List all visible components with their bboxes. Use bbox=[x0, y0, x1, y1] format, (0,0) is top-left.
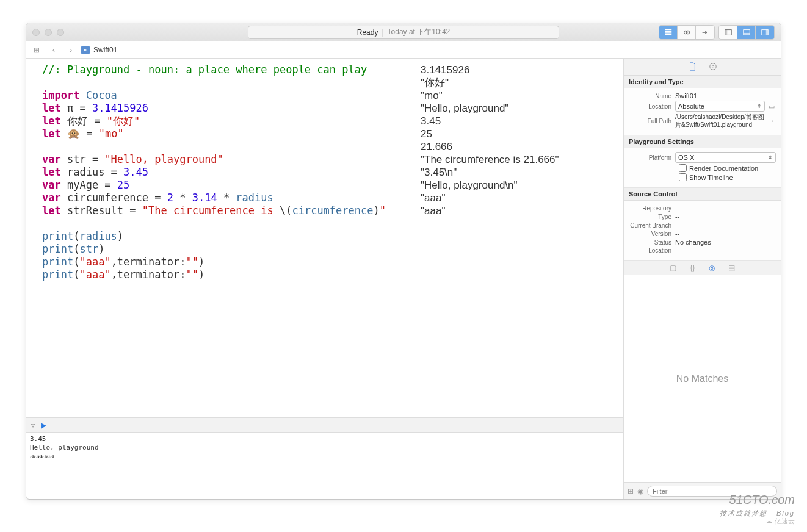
editor-column: //: Playground - noun: a place where peo… bbox=[26, 59, 623, 499]
media-library-tab[interactable]: ▤ bbox=[728, 264, 735, 272]
minimize-button[interactable] bbox=[45, 29, 52, 36]
result-line: "aaa" bbox=[421, 192, 617, 204]
location-select[interactable]: Absolute⇕ bbox=[675, 101, 765, 112]
platform-value: OS X bbox=[678, 154, 694, 161]
platform-select[interactable]: OS X⇕ bbox=[675, 152, 776, 163]
sc-location-label: Location bbox=[629, 247, 675, 254]
render-doc-checkbox[interactable] bbox=[679, 164, 687, 172]
result-line: "Hello, playground\n" bbox=[421, 179, 617, 192]
settings-header: Playground Settings bbox=[624, 135, 781, 148]
toggle-navigator-button[interactable] bbox=[719, 26, 737, 39]
watermark-blog: Blog bbox=[776, 509, 795, 517]
result-line: "The circumference is 21.666" bbox=[421, 153, 617, 166]
status-text: Ready bbox=[357, 28, 378, 37]
breadcrumb-bar: ⊞ ‹ › ▸ Swift01 bbox=[26, 41, 781, 59]
status-pill: Ready | Today at 下午10:42 bbox=[248, 26, 559, 39]
chevron-updown-icon: ⇕ bbox=[757, 103, 762, 109]
console-output[interactable]: 3.45 Hello, playground aaaaaa bbox=[26, 432, 623, 499]
branch-value: -- bbox=[675, 221, 776, 229]
assistant-editor-button[interactable] bbox=[678, 26, 696, 39]
object-library-tab[interactable]: ◎ bbox=[709, 264, 715, 272]
inspector-panel: ? Identity and Type NameSwift01 Location… bbox=[623, 59, 781, 499]
svg-rect-5 bbox=[743, 32, 750, 35]
toggle-inspector-button[interactable] bbox=[756, 26, 774, 39]
grid-icon[interactable]: ⊞ bbox=[628, 487, 634, 495]
result-line: "mo" bbox=[421, 89, 617, 102]
zoom-button[interactable] bbox=[57, 29, 64, 36]
cloud-text: 亿速云 bbox=[775, 517, 795, 526]
file-template-tab[interactable]: ▢ bbox=[670, 264, 676, 272]
name-value[interactable]: Swift01 bbox=[675, 92, 776, 99]
svg-rect-7 bbox=[766, 29, 769, 35]
playground-icon: ▸ bbox=[81, 46, 90, 54]
code-snippet-tab[interactable]: {} bbox=[690, 264, 695, 272]
code-editor[interactable]: //: Playground - noun: a place where peo… bbox=[26, 59, 414, 417]
svg-rect-3 bbox=[725, 29, 727, 35]
editor-mode-group bbox=[659, 25, 715, 40]
result-line: "你好" bbox=[421, 76, 617, 89]
titlebar: Ready | Today at 下午10:42 bbox=[26, 23, 781, 41]
file-inspector-tab[interactable] bbox=[688, 62, 697, 72]
result-line: "aaa" bbox=[421, 204, 617, 217]
type-value: -- bbox=[675, 213, 776, 220]
name-label: Name bbox=[629, 93, 675, 99]
fullpath-label: Full Path bbox=[629, 118, 675, 124]
branch-label: Current Branch bbox=[629, 222, 675, 229]
status-value: No changes bbox=[675, 239, 776, 246]
identity-section: NameSwift01 LocationAbsolute⇕▭ Full Path… bbox=[624, 88, 781, 135]
nav-back-button[interactable]: ‹ bbox=[47, 44, 60, 56]
status-separator: | bbox=[382, 28, 383, 37]
breadcrumb-filename[interactable]: Swift01 bbox=[93, 46, 117, 54]
library-filter-bar: ⊞ ◉ bbox=[624, 482, 781, 499]
identity-header: Identity and Type bbox=[624, 76, 781, 88]
folder-icon[interactable]: ▭ bbox=[767, 102, 776, 110]
version-editor-button[interactable] bbox=[696, 26, 714, 39]
result-line: 3.45 bbox=[421, 115, 617, 128]
watermark-sub: 技术成就梦想 bbox=[720, 509, 767, 517]
close-button[interactable] bbox=[32, 29, 40, 36]
result-line: 21.666 bbox=[421, 140, 617, 153]
standard-editor-button[interactable] bbox=[659, 26, 678, 39]
result-line: "Hello, playground" bbox=[421, 102, 617, 115]
toolbar-right bbox=[659, 25, 775, 40]
source-control-section: Repository-- Type-- Current Branch-- Ver… bbox=[624, 201, 781, 261]
no-matches-label: No Matches bbox=[624, 275, 781, 482]
show-timeline-checkbox[interactable] bbox=[679, 173, 687, 181]
traffic-lights bbox=[32, 29, 64, 36]
filter-input[interactable] bbox=[647, 486, 777, 497]
xcode-window: Ready | Today at 下午10:42 ⊞ ‹ › ▸ Swift01 bbox=[26, 23, 781, 500]
watermark-cloud: ☁ 亿速云 bbox=[765, 517, 795, 526]
repo-label: Repository bbox=[629, 205, 675, 212]
repo-value: -- bbox=[675, 204, 776, 212]
render-doc-label: Render Documentation bbox=[689, 165, 758, 172]
version-value: -- bbox=[675, 230, 776, 237]
help-inspector-tab[interactable]: ? bbox=[709, 62, 717, 72]
related-items-button[interactable]: ⊞ bbox=[30, 44, 43, 56]
scope-icon[interactable]: ◉ bbox=[637, 487, 643, 495]
main-area: //: Playground - noun: a place where peo… bbox=[26, 59, 781, 499]
run-button[interactable]: ▶ bbox=[41, 421, 46, 430]
cloud-icon: ☁ bbox=[765, 517, 772, 525]
reveal-arrow-icon[interactable]: → bbox=[767, 117, 776, 125]
result-line: 25 bbox=[421, 128, 617, 140]
settings-section: PlatformOS X⇕ Render Documentation Show … bbox=[624, 148, 781, 188]
inspector-tabs: ? bbox=[624, 59, 781, 76]
panel-toggle-group bbox=[718, 25, 775, 40]
status-time: Today at 下午10:42 bbox=[388, 27, 451, 37]
nav-forward-button[interactable]: › bbox=[64, 44, 78, 56]
console-toggle-icon[interactable]: ▿ bbox=[31, 421, 35, 430]
library-tabs: ▢ {} ◎ ▤ bbox=[624, 261, 781, 275]
console-toolbar: ▿ ▶ bbox=[26, 417, 623, 432]
result-line: "3.45\n" bbox=[421, 166, 617, 179]
platform-label: Platform bbox=[629, 154, 675, 161]
fullpath-value: /Users/caishaozi/Desktop/博客图片&Swift/Swif… bbox=[675, 113, 765, 129]
location-label: Location bbox=[629, 103, 675, 110]
location-value: Absolute bbox=[678, 102, 704, 110]
type-label: Type bbox=[629, 214, 675, 220]
code-and-results: //: Playground - noun: a place where peo… bbox=[26, 59, 623, 417]
results-sidebar: 3.1415926"你好""mo""Hello, playground"3.45… bbox=[414, 59, 623, 417]
show-timeline-label: Show Timeline bbox=[689, 174, 733, 181]
svg-text:?: ? bbox=[712, 64, 714, 68]
version-label: Version bbox=[629, 231, 675, 237]
toggle-debug-button[interactable] bbox=[737, 26, 756, 39]
